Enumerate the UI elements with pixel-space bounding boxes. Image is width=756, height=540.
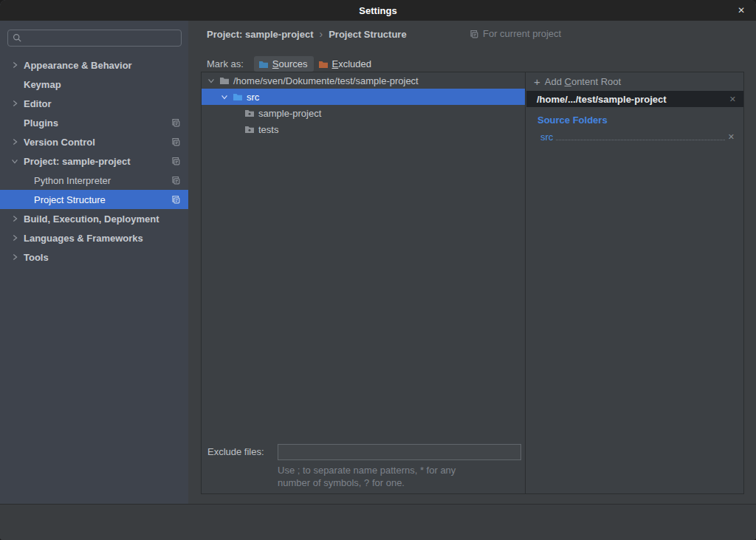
sidebar-item-python-interpreter[interactable]: Python Interpreter — [0, 171, 188, 190]
chevron-right-icon — [10, 61, 19, 69]
content-root-tree: /home/sven/Dokumente/test/sample-project… — [202, 72, 526, 493]
sidebar-item-label: Plugins — [24, 117, 58, 129]
sidebar-item-tools[interactable]: Tools — [0, 247, 188, 267]
exclude-files-label: Exclude files: — [207, 446, 264, 457]
chevron-right-icon — [10, 214, 19, 223]
settings-dialog: Settings ✕ Appearance & Behavior Keymap … — [0, 0, 756, 540]
tree-node-label: sample-project — [258, 108, 321, 119]
sidebar-item-appearance-behavior[interactable]: Appearance & Behavior — [0, 55, 188, 75]
excluded-folder-icon — [318, 60, 329, 69]
chevron-right-icon — [10, 233, 19, 242]
sidebar-item-project-sample-project[interactable]: Project: sample-project — [0, 151, 188, 171]
breadcrumb-project[interactable]: Project: sample-project — [207, 29, 314, 40]
sidebar-item-label: Project Structure — [34, 194, 106, 205]
content-root-details: + Add Content Root /home/.../test/sample… — [526, 72, 743, 493]
sidebar-item-label: Editor — [24, 98, 52, 109]
mark-as-toolbar: Mark as: Sources Excluded — [207, 56, 377, 72]
tree-node-label: tests — [258, 124, 278, 135]
settings-nav: Appearance & Behavior Keymap Editor Plug… — [0, 55, 188, 267]
breadcrumb: Project: sample-project › Project Struct… — [207, 28, 407, 40]
add-content-root-button[interactable]: + Add Content Root — [526, 72, 743, 91]
settings-sidebar: Appearance & Behavior Keymap Editor Plug… — [0, 21, 188, 504]
chevron-right-icon — [10, 137, 19, 146]
breadcrumb-page-title: Project Structure — [329, 29, 406, 40]
source-folder-entry[interactable]: src ✕ — [540, 129, 735, 143]
breadcrumb-separator-icon: › — [320, 28, 323, 40]
chevron-right-icon — [10, 253, 19, 262]
scope-note-label: For current project — [483, 28, 561, 39]
chevron-down-icon — [220, 92, 229, 101]
project-scope-icon — [171, 194, 181, 205]
exclude-files-input[interactable] — [278, 444, 521, 460]
mark-as-sources-button[interactable]: Sources — [254, 56, 314, 72]
tree-row-src-selected[interactable]: src — [202, 89, 525, 105]
project-scope-icon — [171, 175, 181, 185]
project-scope-icon — [171, 117, 181, 128]
folder-icon — [219, 76, 230, 85]
chevron-right-icon — [10, 99, 19, 108]
sidebar-item-label: Appearance & Behavior — [24, 60, 132, 71]
sidebar-item-project-structure[interactable]: Project Structure — [0, 190, 188, 209]
source-folder-icon — [233, 92, 243, 101]
remove-content-root-icon[interactable]: ✕ — [729, 95, 736, 104]
project-structure-panel: /home/sven/Dokumente/test/sample-project… — [201, 72, 744, 494]
scope-note: For current project — [469, 28, 561, 39]
exclude-files-hint: Use ; to separate name patterns, * for a… — [278, 464, 456, 489]
project-scope-icon — [171, 137, 181, 147]
close-window-icon[interactable]: ✕ — [732, 0, 750, 21]
chevron-down-icon — [207, 76, 216, 85]
search-icon — [13, 33, 22, 43]
tree-row-sample-project[interactable]: sample-project — [202, 105, 525, 121]
sidebar-item-label: Version Control — [24, 137, 95, 148]
mark-as-label: Mark as: — [207, 58, 244, 69]
folder-icon — [244, 125, 255, 134]
settings-search-input[interactable] — [25, 33, 173, 44]
plus-icon: + — [534, 75, 540, 88]
settings-search-box[interactable] — [7, 30, 182, 47]
tree-node-label: src — [247, 92, 259, 103]
project-scope-icon — [469, 29, 479, 39]
project-scope-icon — [171, 156, 181, 166]
sidebar-item-version-control[interactable]: Version Control — [0, 132, 188, 151]
sidebar-item-label: Build, Execution, Deployment — [24, 213, 159, 225]
title-bar: Settings ✕ — [0, 0, 756, 21]
folder-icon — [244, 109, 255, 117]
source-folder-icon — [258, 60, 269, 69]
sidebar-item-keymap[interactable]: Keymap — [0, 75, 188, 94]
source-folder-name: src — [540, 131, 553, 143]
mark-as-excluded-button[interactable]: Excluded — [314, 56, 377, 72]
dialog-title: Settings — [359, 5, 396, 16]
tree-node-label: /home/sven/Dokumente/test/sample-project — [233, 75, 419, 86]
sidebar-item-plugins[interactable]: Plugins — [0, 113, 188, 132]
content-root-entry[interactable]: /home/.../test/sample-project ✕ — [526, 91, 743, 107]
sidebar-item-label: Keymap — [24, 79, 61, 90]
settings-content: Project: sample-project › Project Struct… — [188, 21, 756, 504]
sidebar-item-label: Python Interpreter — [34, 175, 111, 186]
sidebar-item-languages-frameworks[interactable]: Languages & Frameworks — [0, 228, 188, 247]
content-root-path: /home/.../test/sample-project — [537, 94, 729, 105]
sidebar-item-label: Tools — [24, 252, 49, 263]
chevron-down-icon — [10, 157, 19, 165]
tree-row-content-root[interactable]: /home/sven/Dokumente/test/sample-project — [202, 72, 525, 89]
sidebar-item-label: Project: sample-project — [24, 156, 131, 167]
source-folders-heading: Source Folders — [537, 115, 743, 126]
dialog-footer: ? OK Cancel Apply — [0, 504, 756, 540]
remove-source-folder-icon[interactable]: ✕ — [728, 132, 735, 143]
sidebar-item-build-execution-deployment[interactable]: Build, Execution, Deployment — [0, 209, 188, 228]
sidebar-item-editor[interactable]: Editor — [0, 94, 188, 113]
tree-row-tests[interactable]: tests — [202, 121, 525, 137]
dotted-leader — [556, 140, 724, 140]
sidebar-item-label: Languages & Frameworks — [24, 233, 143, 244]
